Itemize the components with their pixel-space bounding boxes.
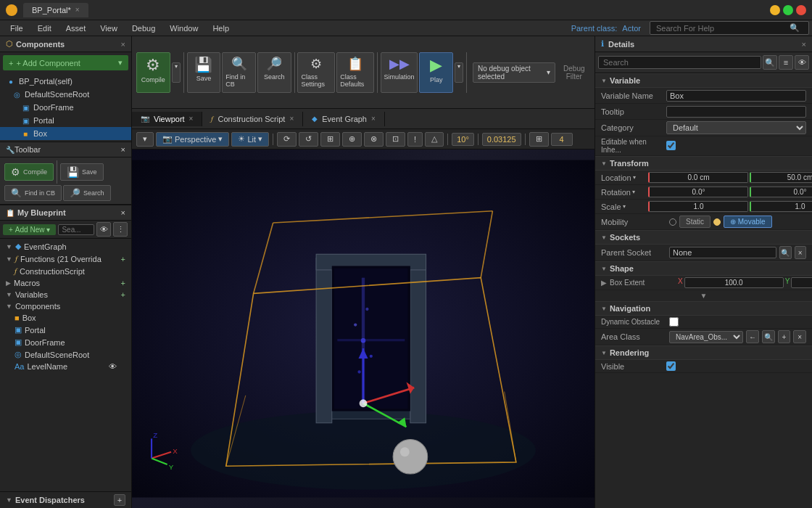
bp-variables-header[interactable]: ▼ Variables + <box>0 289 131 300</box>
shape-section-header[interactable]: ▼ Shape <box>595 261 812 276</box>
grid-number[interactable]: 4 <box>551 133 573 146</box>
rotation-amount[interactable]: 10° <box>452 133 474 146</box>
menu-debug[interactable]: Debug <box>125 22 162 34</box>
bp-event-graph-header[interactable]: ▼ ◆ EventGraph <box>0 240 131 253</box>
maximize-btn[interactable] <box>783 5 793 15</box>
area-class-back-btn[interactable]: ← <box>746 330 759 343</box>
main-simulation-btn[interactable]: ▶▶ Simulation <box>381 52 418 93</box>
viewport-3d[interactable]: X Y Z <box>132 149 594 508</box>
save-button[interactable]: 💾 Save <box>60 163 104 181</box>
bp-portal-var[interactable]: ▣ Portal <box>0 324 131 336</box>
area-class-select[interactable]: NavArea_Obs... <box>669 331 743 343</box>
vp-tool-5[interactable]: ⊗ <box>364 132 384 147</box>
details-search-input[interactable] <box>598 56 761 69</box>
viewport-tab-close[interactable]: × <box>189 115 194 123</box>
main-search-btn[interactable]: 🔎 Search <box>257 52 291 93</box>
location-y-input[interactable] <box>750 172 812 183</box>
sockets-section-header[interactable]: ▼ Sockets <box>595 230 812 245</box>
vp-tool-3[interactable]: ⊞ <box>320 132 340 147</box>
details-list-btn[interactable]: ≡ <box>779 55 793 70</box>
vp-grid-btn[interactable]: ⊞ <box>529 132 549 147</box>
vp-tool-1[interactable]: ⟳ <box>277 132 297 147</box>
perspective-btn[interactable]: 📷 Perspective ▾ <box>156 132 229 147</box>
visible-checkbox[interactable] <box>666 361 676 371</box>
details-close[interactable]: × <box>802 40 806 49</box>
rendering-section-header[interactable]: ▼ Rendering <box>595 345 812 360</box>
search-button[interactable]: 🔎 Search <box>63 185 111 201</box>
tooltip-input[interactable] <box>666 106 806 118</box>
scale-y-input[interactable] <box>750 201 812 212</box>
lit-btn[interactable]: ☀ Lit ▾ <box>231 132 269 147</box>
cs-tab-close[interactable]: × <box>289 115 294 123</box>
area-class-clear-btn[interactable]: × <box>793 330 806 343</box>
rotation-label[interactable]: Rotation ▾ <box>601 188 648 197</box>
bp-defaultsceneroot-var[interactable]: ◎ DefaultSceneRoot <box>0 348 131 361</box>
vp-tool-8[interactable]: △ <box>425 132 444 147</box>
transform-section-header[interactable]: ▼ Transform <box>595 156 812 171</box>
vp-tool-7[interactable]: ! <box>407 132 423 147</box>
vp-tool-4[interactable]: ⊕ <box>342 132 362 147</box>
editable-checkbox[interactable] <box>666 141 676 150</box>
socket-search-btn[interactable]: 🔍 <box>779 246 792 259</box>
menu-edit[interactable]: Edit <box>30 22 59 34</box>
mobility-static-dot[interactable] <box>669 218 676 226</box>
main-tab[interactable]: BP_Portal* × <box>23 3 88 17</box>
search-help-input[interactable] <box>656 24 787 33</box>
add-component-button[interactable]: + + Add Component ▾ <box>3 55 128 70</box>
dynamic-obstacle-checkbox[interactable] <box>669 317 679 327</box>
box-extent-expand[interactable]: ▶ <box>601 279 607 287</box>
scale-x-input[interactable] <box>648 201 748 212</box>
macros-add-btn[interactable]: + <box>121 279 125 287</box>
details-search-btn[interactable]: 🔍 <box>763 55 777 70</box>
bp-construction-script[interactable]: 𝑓 ConstructionScript <box>0 265 131 277</box>
search-icon[interactable]: 🔍 <box>790 23 800 33</box>
minimize-btn[interactable] <box>770 5 780 15</box>
close-btn[interactable] <box>796 5 806 15</box>
bp-eye-btn[interactable]: 👁 <box>96 222 111 237</box>
toolbar-close[interactable]: × <box>121 145 125 154</box>
parent-socket-input[interactable] <box>669 247 776 258</box>
menu-asset[interactable]: Asset <box>59 22 94 34</box>
main-classsettings-btn[interactable]: ⚙ Class Settings <box>297 52 335 93</box>
bp-macros-header[interactable]: ▶ Macros + <box>0 277 131 289</box>
bp-levelname-eye[interactable]: 👁 <box>109 362 117 371</box>
compile-dropdown-btn[interactable]: ▾ <box>172 62 181 83</box>
bp-box-var[interactable]: ■ Box <box>0 312 131 324</box>
area-class-search-btn[interactable]: 🔍 <box>762 330 775 343</box>
mobility-movable-btn[interactable]: ⊕ Movable <box>724 216 772 228</box>
menu-window[interactable]: Window <box>162 22 205 34</box>
main-classdefaults-btn[interactable]: 📋 Class Defaults <box>336 52 374 93</box>
location-label[interactable]: Location ▾ <box>601 173 648 182</box>
box-extent-x-input[interactable] <box>684 277 784 288</box>
bp-settings-btn[interactable]: ⋮ <box>113 222 128 237</box>
main-findcb-btn[interactable]: 🔍 Find in CB <box>222 52 256 93</box>
socket-clear-btn[interactable]: × <box>795 246 807 259</box>
menu-view[interactable]: View <box>93 22 125 34</box>
bp-doorframe-var[interactable]: ▣ DoorFrame <box>0 336 131 348</box>
viewport-tab[interactable]: 📷 Viewport × <box>132 112 202 126</box>
eg-tab-close[interactable]: × <box>371 115 376 123</box>
bp-levelname-var[interactable]: Aa LevelName 👁 <box>0 361 131 372</box>
main-save-btn[interactable]: 💾 Save <box>187 52 221 93</box>
vp-tool-6[interactable]: ⊡ <box>386 132 405 147</box>
event-graph-tab[interactable]: ◆ Event Graph × <box>303 112 385 126</box>
variable-section-header[interactable]: ▼ Variable <box>595 73 812 88</box>
navigation-section-header[interactable]: ▼ Navigation <box>595 301 812 316</box>
search-help-box[interactable]: 🔍 <box>650 21 809 35</box>
vp-tool-2[interactable]: ↺ <box>299 132 318 147</box>
rotation-y-input[interactable] <box>750 187 812 197</box>
tree-item-portal[interactable]: ▣ Portal <box>0 114 131 127</box>
scale-label[interactable]: Scale ▾ <box>601 202 648 211</box>
rotation-x-input[interactable] <box>648 187 748 197</box>
parent-class-value[interactable]: Actor <box>622 24 641 33</box>
bp-functions-header[interactable]: ▼ 𝑓 Functions (21 Overrida + <box>0 253 131 265</box>
shape-expand-down-btn[interactable]: ▼ <box>700 292 708 300</box>
debug-dropdown[interactable]: No debug object selected ▾ <box>473 62 555 83</box>
details-eye-btn[interactable]: 👁 <box>795 55 809 70</box>
scale-amount[interactable]: 0.03125 <box>482 133 521 146</box>
category-select[interactable]: Default <box>666 121 806 134</box>
area-class-add-btn[interactable]: + <box>778 330 791 343</box>
location-x-input[interactable] <box>648 172 748 183</box>
tab-close-btn[interactable]: × <box>75 6 80 14</box>
blueprint-close[interactable]: × <box>121 208 125 217</box>
